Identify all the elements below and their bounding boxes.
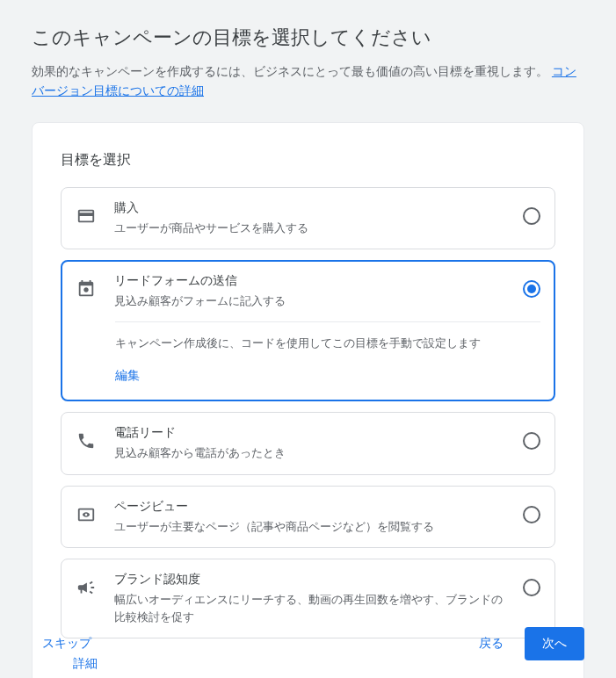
goal-option-phone-lead[interactable]: 電話リード 見込み顧客から電話があったとき xyxy=(61,412,555,475)
option-desc: 幅広いオーディエンスにリーチする、動画の再生回数を増やす、ブランドの比較検討を促… xyxy=(114,591,512,625)
goal-option-purchase[interactable]: 購入 ユーザーが商品やサービスを購入する xyxy=(61,187,555,250)
option-body: キャンペーン作成後に、コードを使用してこの目標を手動で設定します 編集 xyxy=(115,321,540,400)
phone-icon xyxy=(76,430,97,451)
option-desc: ユーザーが主要なページ（記事や商品ページなど）を閲覧する xyxy=(114,518,512,536)
goal-option-lead-form[interactable]: リードフォームの送信 見込み顧客がフォームに記入する キャンペーン作成後に、コー… xyxy=(61,260,555,401)
option-title: ブランド認知度 xyxy=(114,572,512,588)
pageview-icon xyxy=(76,504,97,525)
goal-card: 目標を選択 購入 ユーザーが商品やサービスを購入する リードフォームの送信 見込… xyxy=(32,122,584,678)
back-button[interactable]: 戻る xyxy=(468,627,514,660)
radio-lead-form[interactable] xyxy=(523,280,540,298)
radio-brand-awareness[interactable] xyxy=(523,579,540,596)
page-title: このキャンペーンの目標を選択してください xyxy=(32,25,584,51)
option-title: ページビュー xyxy=(114,499,512,515)
footer: スキップ 戻る 次へ xyxy=(32,627,584,660)
edit-link[interactable]: 編集 xyxy=(115,368,140,382)
radio-purchase[interactable] xyxy=(523,207,540,225)
section-title: 目標を選択 xyxy=(61,151,555,170)
option-title: 電話リード xyxy=(114,425,512,441)
goal-option-pageview[interactable]: ページビュー ユーザーが主要なページ（記事や商品ページなど）を閲覧する xyxy=(61,486,555,549)
option-desc: 見込み顧客から電話があったとき xyxy=(114,444,512,462)
option-title: リードフォームの送信 xyxy=(114,273,512,289)
option-body-text: キャンペーン作成後に、コードを使用してこの目標を手動で設定します xyxy=(115,335,540,352)
megaphone-icon xyxy=(76,577,97,598)
radio-pageview[interactable] xyxy=(523,506,540,523)
credit-card-icon xyxy=(76,206,97,227)
skip-button[interactable]: スキップ xyxy=(32,627,102,660)
subtitle-text: 効果的なキャンペーンを作成するには、ビジネスにとって最も価値の高い目標を重視しま… xyxy=(32,64,548,78)
radio-phone-lead[interactable] xyxy=(523,432,540,450)
option-desc: 見込み顧客がフォームに記入する xyxy=(114,292,512,310)
option-desc: ユーザーが商品やサービスを購入する xyxy=(114,220,512,237)
page-subtitle: 効果的なキャンペーンを作成するには、ビジネスにとって最も価値の高い目標を重視しま… xyxy=(32,61,584,101)
form-icon xyxy=(76,278,97,299)
option-title: 購入 xyxy=(114,200,512,216)
next-button[interactable]: 次へ xyxy=(525,627,584,660)
